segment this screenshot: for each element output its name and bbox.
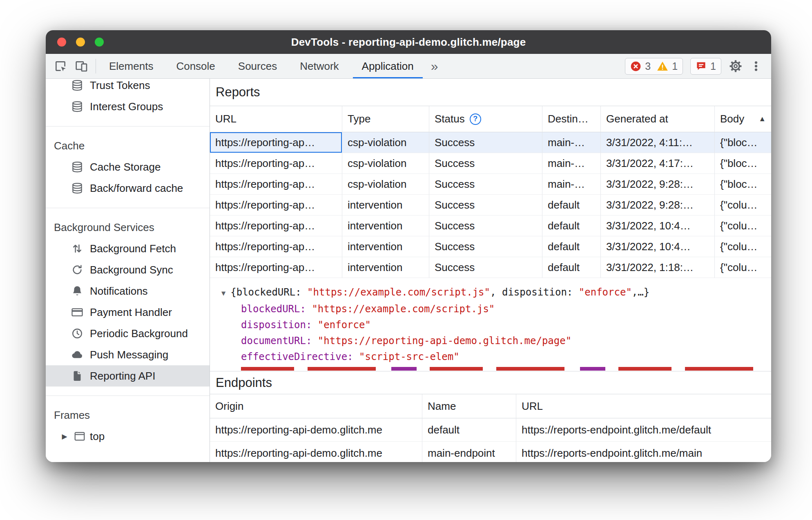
tab-elements[interactable]: Elements: [98, 54, 165, 78]
cell-type: csp-violation: [342, 132, 429, 153]
sidebar-item-background-fetch[interactable]: Background Fetch: [46, 238, 210, 259]
report-body-preview: ▼{blockedURL: "https://example.com/scrip…: [210, 278, 771, 371]
more-tabs-button[interactable]: »: [425, 54, 444, 78]
help-icon[interactable]: ?: [470, 113, 481, 125]
cell-name: main-endpoint: [422, 442, 516, 462]
close-window-button[interactable]: [57, 38, 66, 47]
sidebar-item-trust-tokens[interactable]: Trust Tokens: [46, 79, 210, 96]
sidebar-section-background-services: Background Services: [46, 217, 210, 238]
sidebar-item-periodic-background-sync[interactable]: Periodic Background: [46, 323, 210, 344]
minimize-window-button[interactable]: [76, 38, 85, 47]
warning-count: 1: [672, 60, 678, 72]
cell-type: intervention: [342, 195, 429, 216]
cell-destination: default: [542, 216, 601, 236]
issue-count: 1: [710, 60, 716, 72]
column-header-origin[interactable]: Origin: [210, 394, 422, 418]
cell-body: {"colu…: [715, 195, 771, 216]
reports-table: URL Type Status? Destin… Generated at Bo…: [210, 106, 771, 278]
file-icon: [71, 370, 83, 382]
cell-url: https://reporting-ap…: [210, 216, 342, 236]
issues-icon: [696, 61, 707, 72]
settings-button[interactable]: [729, 59, 743, 73]
column-header-body[interactable]: Body▲: [715, 106, 771, 132]
tab-network[interactable]: Network: [288, 54, 350, 78]
object-preview-line: ▼{blockedURL: "https://example.com/scrip…: [221, 284, 771, 301]
endpoints-table: Origin Name URL https://reporting-api-de…: [210, 394, 771, 462]
up-down-arrows-icon: [71, 242, 83, 255]
cell-body: {"bloc…: [715, 153, 771, 174]
cell-body: {"colu…: [715, 236, 771, 257]
cell-status: Success: [429, 174, 542, 195]
cell-url: https://reporting-ap…: [210, 195, 342, 216]
column-header-name[interactable]: Name: [422, 394, 516, 418]
sidebar-item-cache-storage[interactable]: Cache Storage: [46, 156, 210, 178]
collapse-triangle-icon[interactable]: ▼: [221, 289, 225, 297]
cell-type: csp-violation: [342, 153, 429, 174]
cell-status: Success: [429, 132, 542, 153]
property-row: blockedURL: "https://example.com/script.…: [221, 301, 771, 317]
tab-sources[interactable]: Sources: [227, 54, 288, 78]
column-header-url[interactable]: URL: [210, 106, 342, 132]
cell-url: https://reporting-ap…: [210, 174, 342, 195]
database-icon: [71, 182, 83, 194]
column-header-type[interactable]: Type: [342, 106, 429, 132]
error-count: 3: [645, 60, 651, 72]
frame-icon: [74, 430, 86, 442]
property-row: documentURL: "https://reporting-api-demo…: [221, 333, 771, 349]
sidebar-item-reporting-api[interactable]: Reporting API: [46, 365, 210, 387]
cell-body: {"bloc…: [715, 132, 771, 153]
tab-application[interactable]: Application: [350, 54, 425, 78]
console-status-badge[interactable]: 3 1: [625, 58, 683, 75]
clipped-property-row: [241, 367, 756, 371]
cell-url: https://reporting-ap…: [210, 257, 342, 278]
cell-generated-at: 3/31/2022, 10:4…: [601, 236, 715, 257]
sidebar-item-push-messaging[interactable]: Push Messaging: [46, 344, 210, 365]
devtools-window: DevTools - reporting-api-demo.glitch.me/…: [46, 30, 771, 462]
device-toolbar-button[interactable]: [75, 60, 88, 73]
database-icon: [71, 79, 83, 91]
window-title: DevTools - reporting-api-demo.glitch.me/…: [291, 36, 526, 49]
error-icon: [630, 61, 641, 72]
column-header-destination[interactable]: Destin…: [542, 106, 601, 132]
sidebar-item-payment-handler[interactable]: Payment Handler: [46, 302, 210, 323]
cell-destination: main-…: [542, 132, 601, 153]
cell-url: https://reports-endpoint.glitch.me/main: [516, 442, 771, 462]
sidebar-item-top-frame[interactable]: ▶ top: [46, 426, 210, 447]
sidebar-divider: [46, 117, 210, 135]
cell-origin: https://reporting-api-demo.glitch.me: [210, 418, 422, 442]
cell-generated-at: 3/31/2022, 1:18:…: [601, 257, 715, 278]
column-header-status[interactable]: Status?: [429, 106, 542, 132]
cell-type: intervention: [342, 257, 429, 278]
application-sidebar: Trust Tokens Interest Groups Cache Cache…: [46, 79, 210, 462]
traffic-lights: [57, 38, 104, 47]
tab-console[interactable]: Console: [165, 54, 226, 78]
reporting-api-panel: Reports URL Type Status? Destin… Generat…: [210, 79, 771, 462]
issues-badge[interactable]: 1: [690, 58, 721, 75]
sidebar-item-notifications[interactable]: Notifications: [46, 280, 210, 302]
zoom-window-button[interactable]: [95, 38, 104, 47]
sidebar-item-interest-groups[interactable]: Interest Groups: [46, 96, 210, 117]
cell-status: Success: [429, 257, 542, 278]
column-header-generated-at[interactable]: Generated at: [601, 106, 715, 132]
inspect-element-button[interactable]: [54, 60, 67, 73]
cell-status: Success: [429, 153, 542, 174]
endpoints-heading: Endpoints: [210, 371, 771, 394]
sidebar-item-back-forward-cache[interactable]: Back/forward cache: [46, 178, 210, 199]
cell-body: {"bloc…: [715, 174, 771, 195]
kebab-menu-icon: [750, 60, 762, 72]
cell-destination: default: [542, 257, 601, 278]
credit-card-icon: [71, 306, 83, 318]
double-chevron-icon: »: [431, 59, 438, 74]
cell-url: https://reporting-ap…: [210, 132, 342, 153]
expand-arrow-icon[interactable]: ▶: [60, 432, 69, 441]
menu-button[interactable]: [750, 60, 762, 72]
cell-body: {"colu…: [715, 216, 771, 236]
column-header-url[interactable]: URL: [516, 394, 771, 418]
cell-url: https://reporting-ap…: [210, 236, 342, 257]
cell-generated-at: 3/31/2022, 4:11:…: [601, 132, 715, 153]
cell-origin: https://reporting-api-demo.glitch.me: [210, 442, 422, 462]
sidebar-section-cache: Cache: [46, 135, 210, 156]
sidebar-item-background-sync[interactable]: Background Sync: [46, 259, 210, 280]
sidebar-divider: [46, 199, 210, 217]
cell-generated-at: 3/31/2022, 10:4…: [601, 216, 715, 236]
